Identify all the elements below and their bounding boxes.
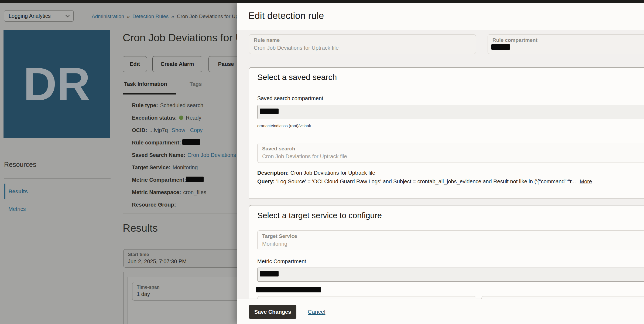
target-service-value: Monitoring bbox=[262, 241, 644, 247]
breadcrumb-separator: » bbox=[127, 14, 130, 19]
drawer-header: Edit detection rule bbox=[237, 3, 644, 30]
description-label: Description: bbox=[257, 170, 289, 176]
rule-compartment-field[interactable]: Rule compartment vishak bbox=[488, 34, 644, 54]
chevron-down-icon bbox=[66, 13, 70, 17]
info-value: cron_files bbox=[183, 189, 206, 195]
info-value: Monitoring bbox=[173, 164, 198, 171]
compartment-hint: oranacteindiasss (root)/vishak bbox=[257, 123, 311, 128]
target-service-card: Select a target service to configure Tar… bbox=[249, 205, 644, 299]
active-item-indicator bbox=[4, 184, 5, 199]
info-label: Metric Namespace: bbox=[132, 189, 181, 195]
breadcrumb-separator: » bbox=[171, 14, 174, 19]
saved-search-value: Cron Job Deviations for Uptrack file bbox=[262, 153, 644, 160]
show-link[interactable]: Show bbox=[172, 127, 185, 133]
results-heading: Results bbox=[123, 222, 158, 234]
info-label: Resource Group: bbox=[132, 202, 176, 208]
top-chrome-bar bbox=[0, 0, 644, 3]
query-line: Query:'Log Source' = 'OCI Cloud Guard Ra… bbox=[257, 178, 592, 185]
rule-name-label: Rule name bbox=[254, 37, 476, 43]
more-link[interactable]: More bbox=[580, 178, 592, 184]
metric-compartment-label: Metric Compartment bbox=[257, 258, 306, 265]
info-label: OCID: bbox=[132, 127, 147, 133]
app-selector-label: Logging Analytics bbox=[9, 13, 51, 19]
tab-tags[interactable]: Tags bbox=[190, 81, 202, 87]
query-value: 'Log Source' = 'OCI Cloud Guard Raw Logs… bbox=[276, 178, 576, 184]
create-alarm-button[interactable]: Create Alarm bbox=[152, 56, 202, 72]
info-label: Metric Compartment: bbox=[132, 177, 186, 183]
screen: Logging Analytics Administration»Detecti… bbox=[0, 0, 644, 324]
edit-button[interactable]: Edit bbox=[123, 56, 147, 72]
info-label: Execution status: bbox=[132, 115, 177, 121]
save-changes-button[interactable]: Save Changes bbox=[249, 305, 296, 319]
breadcrumb: Administration»Detection Rules»Cron Job … bbox=[92, 14, 258, 19]
resources-title: Resources bbox=[4, 161, 36, 168]
info-value: Scheduled search bbox=[160, 102, 203, 109]
redacted-value: vishak bbox=[492, 45, 508, 51]
breadcrumb-detection-rules[interactable]: Detection Rules bbox=[132, 14, 169, 19]
saved-search-compartment-select[interactable]: vishak bbox=[257, 105, 644, 119]
partial-field-left[interactable] bbox=[257, 296, 476, 299]
saved-search-compartment-label: Saved search compartment bbox=[257, 95, 323, 102]
rule-name-field[interactable]: Rule name Cron Job Deviations for Uptrac… bbox=[249, 34, 476, 54]
breadcrumb-administration[interactable]: Administration bbox=[92, 14, 124, 19]
target-service-field[interactable]: Target Service Monitoring bbox=[257, 230, 644, 250]
edit-detection-rule-drawer: Edit detection rule Rule name Cron Job D… bbox=[237, 3, 644, 324]
description-line: Description:Cron Job Deviations for Uptr… bbox=[257, 170, 375, 176]
target-service-label: Target Service bbox=[262, 233, 644, 239]
query-label: Query: bbox=[257, 178, 275, 184]
divider bbox=[4, 178, 111, 179]
info-value: - bbox=[178, 202, 180, 208]
redacted-value: vishak bbox=[261, 109, 276, 115]
redaction-bar bbox=[256, 287, 321, 292]
redacted-value: vishak bbox=[183, 140, 198, 146]
drawer-body: Rule name Cron Job Deviations for Uptrac… bbox=[237, 30, 644, 299]
active-tab-underline bbox=[123, 93, 176, 94]
description-value: Cron Job Deviations for Uptrack file bbox=[290, 170, 375, 176]
rule-compartment-label: Rule compartment bbox=[492, 37, 644, 43]
app-selector-dropdown[interactable]: Logging Analytics bbox=[4, 10, 74, 22]
redacted-value: vishak bbox=[261, 272, 276, 278]
tab-task-information[interactable]: Task Information bbox=[124, 81, 167, 87]
target-service-heading: Select a target service to configure bbox=[257, 211, 382, 220]
redacted-value: vishak bbox=[187, 177, 202, 183]
saved-search-field[interactable]: Saved search Cron Job Deviations for Upt… bbox=[257, 143, 644, 163]
status-badge: Ready bbox=[186, 115, 201, 121]
rule-name-value: Cron Job Deviations for Uptrack file bbox=[254, 45, 476, 51]
status-ready-dot-icon bbox=[179, 116, 183, 120]
avatar: DR bbox=[4, 30, 110, 138]
copy-link[interactable]: Copy bbox=[190, 127, 203, 133]
sidebar-item-results[interactable]: Results bbox=[8, 188, 28, 195]
info-label: Rule compartment: bbox=[132, 140, 181, 146]
info-label: Target Service: bbox=[132, 164, 170, 171]
drawer-title: Edit detection rule bbox=[248, 10, 324, 21]
metric-compartment-select[interactable]: vishak bbox=[257, 268, 644, 282]
info-value: ...lvjp7q bbox=[149, 127, 168, 133]
saved-search-label: Saved search bbox=[262, 146, 644, 152]
info-label: Saved Search Name: bbox=[132, 152, 185, 158]
cancel-link[interactable]: Cancel bbox=[308, 309, 325, 315]
info-label: Rule type: bbox=[132, 102, 158, 109]
partial-field-right[interactable] bbox=[481, 296, 644, 299]
drawer-footer: Save Changes Cancel bbox=[237, 299, 644, 324]
saved-search-card: Select a saved search Saved search compa… bbox=[249, 67, 644, 199]
sidebar-item-metrics[interactable]: Metrics bbox=[8, 206, 26, 212]
avatar-initials: DR bbox=[23, 57, 90, 111]
saved-search-heading: Select a saved search bbox=[257, 73, 337, 82]
